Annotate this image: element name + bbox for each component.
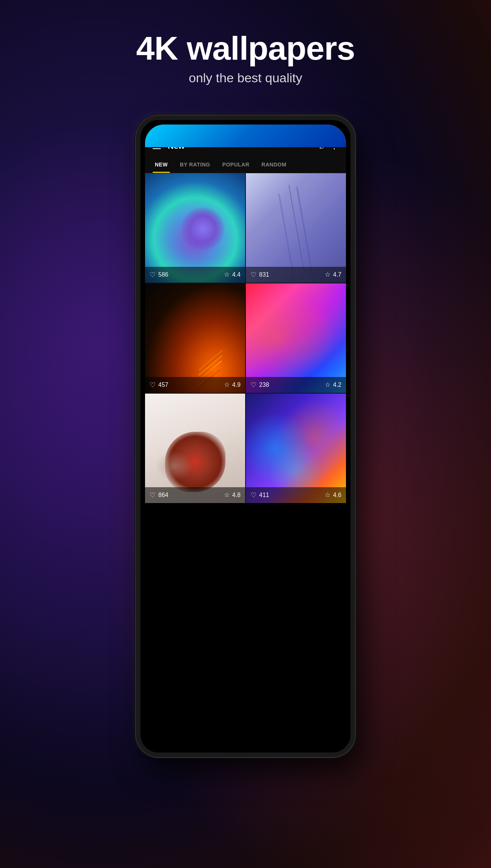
- phone-frame: New ⌕ ⋮ NEW BY RATING POPULAR RANDOM: [136, 115, 355, 757]
- wallpaper-image-5: [145, 394, 245, 503]
- wallpaper-item[interactable]: ♡ 864 ☆ 4.8: [145, 394, 245, 503]
- rating-value-5: 4.8: [232, 492, 241, 499]
- likes-group-2: ♡ 831: [250, 271, 269, 278]
- wallpaper-image-2: [246, 173, 346, 283]
- likes-count-6: 411: [259, 492, 269, 499]
- main-title: 4K wallpapers: [136, 30, 355, 67]
- phone-screen: New ⌕ ⋮ NEW BY RATING POPULAR RANDOM: [145, 125, 346, 748]
- wallpaper-item[interactable]: ♡ 238 ☆ 4.2: [246, 283, 346, 393]
- wallpaper-item[interactable]: ♡ 586 ☆ 4.4: [145, 173, 245, 283]
- tab-random[interactable]: RANDOM: [255, 156, 292, 173]
- rating-group-4: ☆ 4.2: [325, 382, 341, 388]
- hamburger-line-3: [153, 148, 161, 149]
- rating-value-1: 4.4: [232, 271, 241, 278]
- star-icon-5: ☆: [224, 492, 230, 498]
- wallpaper-overlay-5: ♡ 864 ☆ 4.8: [145, 487, 245, 503]
- wallpaper-item[interactable]: ♡ 831 ☆ 4.7: [246, 173, 346, 283]
- likes-group-6: ♡ 411: [250, 492, 269, 499]
- wallpaper-image-1: [145, 173, 245, 283]
- phone-mockup: New ⌕ ⋮ NEW BY RATING POPULAR RANDOM: [136, 115, 355, 757]
- likes-count-5: 864: [158, 492, 168, 499]
- likes-count-1: 586: [158, 271, 168, 278]
- wallpaper-overlay-2: ♡ 831 ☆ 4.7: [246, 267, 346, 283]
- star-icon-3: ☆: [224, 382, 230, 388]
- tab-new[interactable]: NEW: [149, 156, 174, 173]
- tab-by-rating[interactable]: BY RATING: [174, 156, 216, 173]
- rating-group-3: ☆ 4.9: [224, 382, 241, 388]
- star-icon-1: ☆: [224, 271, 230, 278]
- rating-group-6: ☆ 4.6: [325, 492, 341, 499]
- wallpaper-overlay-6: ♡ 411 ☆ 4.6: [246, 487, 346, 503]
- wallpaper-item[interactable]: ♡ 457 ☆ 4.9: [145, 283, 245, 393]
- wallpaper-image-6: [246, 394, 346, 503]
- likes-group-4: ♡ 238: [250, 382, 269, 388]
- wallpaper-item[interactable]: ♡ 411 ☆ 4.6: [246, 394, 346, 503]
- wallpaper-partial-row: [145, 503, 346, 526]
- wallpaper-overlay-4: ♡ 238 ☆ 4.2: [246, 377, 346, 393]
- sub-title: only the best quality: [136, 71, 355, 85]
- likes-count-4: 238: [259, 382, 269, 388]
- rating-value-2: 4.7: [333, 271, 341, 278]
- likes-group-3: ♡ 457: [150, 382, 168, 388]
- heart-icon-2: ♡: [250, 271, 256, 278]
- rating-group-2: ☆ 4.7: [325, 271, 341, 278]
- likes-group-5: ♡ 864: [150, 492, 168, 499]
- wallpaper-image-3: [145, 283, 245, 393]
- rating-group-5: ☆ 4.8: [224, 492, 241, 499]
- wallpaper-overlay-3: ♡ 457 ☆ 4.9: [145, 377, 245, 393]
- likes-count-3: 457: [158, 382, 168, 388]
- heart-icon-4: ♡: [250, 382, 256, 388]
- likes-group-1: ♡ 586: [150, 271, 168, 278]
- tab-popular[interactable]: POPULAR: [216, 156, 255, 173]
- rating-value-3: 4.9: [232, 382, 241, 388]
- heart-icon-1: ♡: [150, 271, 156, 278]
- app-header: 4K wallpapers only the best quality: [136, 30, 355, 85]
- rating-group-1: ☆ 4.4: [224, 271, 241, 278]
- heart-icon-6: ♡: [250, 492, 256, 499]
- rating-value-6: 4.6: [333, 492, 341, 499]
- heart-icon-5: ♡: [150, 492, 156, 499]
- wallpaper-image-4: [246, 283, 346, 393]
- star-icon-6: ☆: [325, 492, 330, 498]
- star-icon-4: ☆: [325, 382, 330, 388]
- star-icon-2: ☆: [325, 271, 330, 278]
- wallpaper-overlay-1: ♡ 586 ☆ 4.4: [145, 267, 245, 283]
- tabs-bar: NEW BY RATING POPULAR RANDOM: [145, 156, 346, 173]
- rating-value-4: 4.2: [333, 382, 341, 388]
- likes-count-2: 831: [259, 271, 269, 278]
- heart-icon-3: ♡: [150, 382, 156, 388]
- wallpaper-grid: ♡ 586 ☆ 4.4 ♡ 831: [145, 173, 346, 503]
